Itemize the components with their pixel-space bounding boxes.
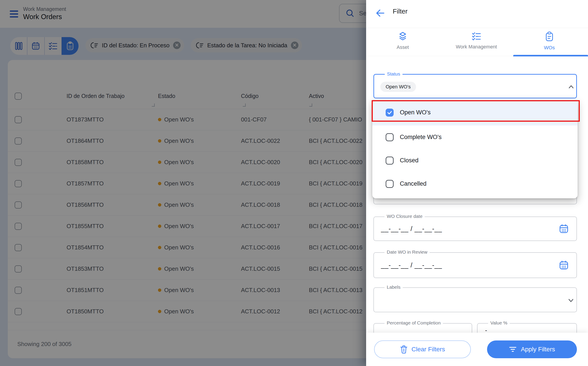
option-checkbox[interactable] [386, 180, 394, 188]
status-option[interactable]: Cancelled [372, 172, 578, 195]
status-option-label: Complete WO's [400, 134, 441, 141]
status-select-field[interactable]: Status Open WO's [374, 74, 577, 98]
option-checkbox[interactable] [386, 109, 394, 117]
apply-filters-button[interactable]: Apply Filters [487, 340, 577, 358]
status-option[interactable]: Closed [372, 149, 578, 172]
apply-filters-label: Apply Filters [521, 346, 555, 353]
filter-panel: Filter Asset Work Management WOs Status … [366, 0, 588, 366]
labels-field-label: Labels [384, 284, 403, 290]
panel-action-bar: Clear Filters Apply Filters [366, 333, 588, 366]
calendar-icon[interactable] [559, 224, 569, 234]
status-option[interactable]: Open WO's [372, 99, 578, 125]
option-checkbox[interactable] [386, 157, 394, 165]
chevron-down-icon[interactable] [567, 297, 574, 304]
status-selected-chip: Open WO's [380, 82, 416, 92]
date-wo-in-review-field[interactable]: Date WO in Review __-__-__ / __-__-__ [374, 252, 577, 278]
value-percent-label: Value % [488, 320, 510, 326]
wo-closure-date-placeholder: __-__-__ / __-__-__ [381, 217, 442, 241]
panel-header-divider [366, 28, 588, 28]
status-options-dropdown: Open WO's Complete WO's Closed Cancelled [372, 99, 578, 198]
calendar-icon[interactable] [559, 260, 569, 270]
chevron-up-icon[interactable] [568, 84, 575, 91]
status-option-label: Closed [400, 157, 419, 164]
tab-asset[interactable]: Asset [385, 29, 420, 56]
back-arrow-icon[interactable] [375, 8, 385, 18]
trash-icon [400, 345, 408, 354]
option-checkbox[interactable] [386, 133, 394, 141]
clipboard-icon [544, 31, 554, 42]
filter-lines-icon [509, 346, 517, 353]
active-tab-indicator [513, 55, 588, 56]
percentage-of-completion-label: Percentage of Completion [384, 320, 443, 326]
checklist-icon [471, 31, 481, 41]
wo-closure-date-field[interactable]: WO Closure date __-__-__ / __-__-__ [374, 217, 577, 241]
labels-select-field[interactable]: Labels [374, 287, 577, 312]
tab-label: WOs [544, 45, 555, 51]
status-option-label: Cancelled [400, 180, 426, 187]
status-field-label: Status [385, 71, 403, 77]
clear-filters-button[interactable]: Clear Filters [374, 340, 471, 358]
status-options-list: Open WO's Complete WO's Closed Cancelled [372, 99, 578, 195]
clear-filters-label: Clear Filters [412, 346, 445, 353]
panel-title: Filter [393, 8, 408, 15]
tab-wos[interactable]: WOs [532, 29, 567, 56]
date-wo-in-review-placeholder: __-__-__ / __-__-__ [381, 253, 442, 278]
status-option-label: Open WO's [400, 109, 431, 116]
status-option[interactable]: Complete WO's [372, 125, 578, 149]
tab-work-management[interactable]: Work Management [445, 29, 507, 56]
layers-icon [398, 31, 408, 41]
screen: Work Management Work Orders Se ID del Es… [0, 0, 588, 366]
modal-dim-overlay[interactable] [0, 0, 366, 366]
tab-label: Asset [397, 44, 409, 50]
tab-label: Work Management [456, 44, 497, 50]
